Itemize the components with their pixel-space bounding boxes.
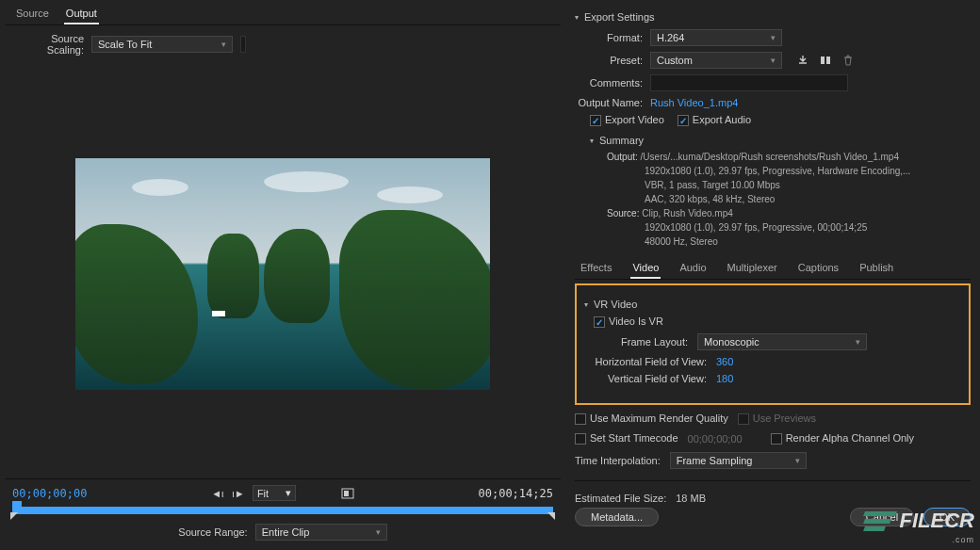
- summary-body: Output: /Users/...kuma/Desktop/Rush scre…: [607, 150, 971, 249]
- chevron-down-icon: ▾: [771, 56, 776, 65]
- tab-effects[interactable]: Effects: [579, 260, 613, 279]
- frame-layout-value: Monoscopic: [704, 336, 760, 348]
- source-range-select[interactable]: Entire Clip ▾: [255, 524, 387, 541]
- chevron-down-icon: ▾: [590, 137, 594, 145]
- source-range-value: Entire Clip: [262, 526, 310, 538]
- preview-area: [5, 69, 561, 478]
- chevron-down-icon: ▾: [856, 337, 860, 347]
- delete-preset-icon[interactable]: [841, 53, 856, 68]
- export-settings-header[interactable]: ▾ Export Settings: [575, 11, 971, 23]
- render-alpha-check[interactable]: Render Alpha Channel Only: [771, 432, 914, 445]
- horiz-fov-value[interactable]: 360: [716, 356, 733, 367]
- in-point-icon[interactable]: [10, 512, 20, 520]
- time-interp-label: Time Interpolation:: [575, 455, 661, 466]
- time-interp-value: Frame Sampling: [677, 455, 753, 466]
- comments-label: Comments:: [575, 77, 650, 89]
- use-previews-check: Use Previews: [738, 412, 816, 425]
- export-video-check[interactable]: Export Video: [590, 114, 664, 126]
- export-settings-title: Export Settings: [584, 11, 655, 23]
- tab-publish[interactable]: Publish: [858, 260, 895, 279]
- chevron-down-icon: ▾: [584, 300, 588, 309]
- output-name-link[interactable]: Rush Video_1.mp4: [650, 97, 738, 108]
- tab-audio[interactable]: Audio: [678, 260, 708, 279]
- zoom-fit-value: Fit: [257, 488, 269, 499]
- start-tc-value: 00;00;00;00: [688, 433, 743, 445]
- video-preview[interactable]: [75, 158, 490, 390]
- svg-rect-1: [344, 491, 349, 496]
- tab-multiplexer[interactable]: Multiplexer: [726, 260, 779, 279]
- tab-video[interactable]: Video: [630, 260, 661, 279]
- zoom-fit-select[interactable]: Fit ▾: [253, 485, 296, 501]
- vr-video-header[interactable]: ▾ VR Video: [584, 299, 961, 310]
- cursor-field[interactable]: [240, 36, 246, 53]
- metadata-button[interactable]: Metadata...: [575, 508, 659, 526]
- cancel-button[interactable]: Cancel: [850, 508, 914, 526]
- tab-captions[interactable]: Captions: [796, 260, 841, 279]
- source-range-label: Source Range:: [178, 526, 254, 538]
- chevron-down-icon: ▾: [221, 40, 226, 49]
- vert-fov-label: Vertical Field of View:: [584, 373, 716, 384]
- aspect-ratio-icon[interactable]: [341, 487, 354, 500]
- timeline-track[interactable]: [12, 507, 553, 514]
- left-tabs: Source Output: [5, 0, 561, 25]
- chevron-down-icon: ▾: [376, 527, 381, 537]
- vr-section-highlight: ▾ VR Video Video Is VR Frame Layout: Mon…: [575, 283, 971, 405]
- watermark-com: .com: [952, 535, 974, 544]
- svg-rect-6: [826, 57, 830, 64]
- est-file-size-value: 18 MB: [676, 493, 706, 504]
- time-interp-select[interactable]: Frame Sampling ▾: [670, 452, 807, 469]
- format-select[interactable]: H.264 ▾: [650, 29, 782, 46]
- output-name-label: Output Name:: [575, 97, 650, 108]
- export-audio-check[interactable]: Export Audio: [678, 114, 751, 126]
- vert-fov-value[interactable]: 180: [716, 373, 733, 384]
- chevron-down-icon: ▾: [771, 33, 776, 42]
- timecode-start[interactable]: 00;00;00;00: [12, 487, 87, 500]
- source-scaling-select[interactable]: Scale To Fit ▾: [91, 36, 233, 53]
- summary-title: Summary: [599, 135, 644, 146]
- preset-select[interactable]: Custom ▾: [650, 52, 782, 69]
- svg-marker-4: [547, 512, 555, 520]
- timeline: 00;00;00;00 ◄ι ι► Fit ▾ 00;00;14;25: [5, 478, 561, 550]
- format-label: Format:: [575, 32, 650, 43]
- preset-label: Preset:: [575, 55, 650, 66]
- chevron-down-icon: ▾: [575, 13, 579, 22]
- chevron-down-icon: ▾: [286, 487, 291, 499]
- summary-header[interactable]: ▾ Summary: [590, 135, 971, 146]
- step-fwd-icon[interactable]: ι►: [232, 487, 245, 500]
- import-preset-icon[interactable]: [818, 53, 833, 68]
- step-back-icon[interactable]: ◄ι: [211, 487, 224, 500]
- timecode-end: 00;00;14;25: [479, 487, 553, 500]
- settings-tabs: Effects Video Audio Multiplexer Captions…: [575, 254, 971, 280]
- chevron-down-icon: ▾: [795, 456, 800, 465]
- est-file-size-label: Estimated File Size:: [575, 493, 666, 504]
- source-scaling-value: Scale To Fit: [98, 39, 152, 50]
- comments-input[interactable]: [650, 74, 848, 91]
- frame-layout-label: Frame Layout:: [584, 336, 697, 348]
- tab-source[interactable]: Source: [14, 6, 51, 24]
- svg-marker-3: [10, 512, 18, 520]
- vr-video-title: VR Video: [594, 299, 637, 310]
- svg-rect-5: [821, 57, 825, 64]
- max-quality-check[interactable]: Use Maximum Render Quality: [575, 412, 728, 425]
- preset-value: Custom: [657, 55, 693, 66]
- set-start-tc-check[interactable]: Set Start Timecode: [575, 432, 678, 445]
- video-is-vr-check[interactable]: Video Is VR: [594, 315, 663, 328]
- tab-output[interactable]: Output: [64, 6, 99, 24]
- source-scaling-label: Source Scaling:: [14, 33, 91, 56]
- format-value: H.264: [657, 32, 684, 43]
- frame-layout-select[interactable]: Monoscopic ▾: [697, 333, 867, 350]
- save-preset-icon[interactable]: [795, 53, 810, 68]
- ok-button[interactable]: OK: [923, 508, 971, 526]
- out-point-icon[interactable]: [546, 512, 555, 520]
- horiz-fov-label: Horizontal Field of View:: [584, 356, 716, 367]
